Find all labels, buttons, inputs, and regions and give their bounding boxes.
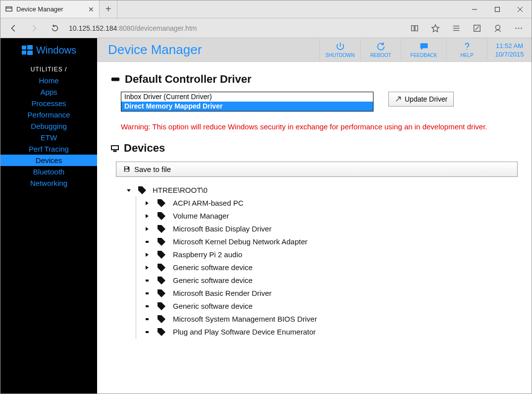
new-tab-button[interactable]: + xyxy=(100,0,117,18)
reading-view-icon[interactable] xyxy=(406,18,424,38)
caret-right-icon[interactable] xyxy=(144,226,150,232)
tree-root-node[interactable]: HTREE\ROOT\0 xyxy=(126,184,518,197)
close-window-button[interactable] xyxy=(509,0,532,18)
svg-marker-31 xyxy=(146,253,149,257)
tree-node[interactable]: Volume Manager xyxy=(144,210,518,223)
tag-icon xyxy=(157,263,166,272)
controller-icon xyxy=(111,75,120,84)
minimize-button[interactable] xyxy=(463,0,486,18)
caret-right-icon[interactable] xyxy=(144,265,150,271)
sidebar-item-processes[interactable]: Processes xyxy=(0,98,97,109)
feedback-label: FEEDBACK xyxy=(411,53,437,58)
url-path: /devicemanager.htm xyxy=(134,24,197,32)
close-tab-icon[interactable]: ✕ xyxy=(88,5,94,13)
clock-time: 11:52 AM xyxy=(496,42,523,50)
sidebar-item-etw[interactable]: ETW xyxy=(0,132,97,143)
device-tree: HTREE\ROOT\0 ACPI ARM-based PCVolume Man… xyxy=(126,184,518,338)
help-button[interactable]: HELP xyxy=(446,38,487,61)
tab-title: Device Manager xyxy=(16,5,84,13)
tree-node[interactable]: Plug and Play Software Device Enumerator xyxy=(144,326,518,338)
caret-down-icon[interactable] xyxy=(126,187,132,193)
feedback-button[interactable]: FEEDBACK xyxy=(401,38,446,61)
leaf-bullet-icon[interactable] xyxy=(144,316,150,322)
tree-node-label: Generic software device xyxy=(173,302,253,310)
svg-rect-19 xyxy=(27,51,33,55)
svg-rect-23 xyxy=(113,151,116,152)
tree-node[interactable]: Microsoft Kernel Debug Network Adapter xyxy=(144,235,518,248)
leaf-bullet-icon[interactable] xyxy=(144,290,150,296)
leaf-bullet-icon[interactable] xyxy=(144,329,150,335)
tree-node[interactable]: Generic software device xyxy=(144,261,518,274)
favorite-icon[interactable] xyxy=(426,18,444,38)
tree-node-label: ACPI ARM-based PC xyxy=(173,199,244,207)
sidebar-item-bluetooth[interactable]: Bluetooth xyxy=(0,166,97,177)
tag-icon xyxy=(157,237,166,246)
webnote-icon[interactable] xyxy=(468,18,486,38)
svg-rect-3 xyxy=(495,7,500,11)
sidebar-item-home[interactable]: Home xyxy=(0,75,97,86)
brand[interactable]: Windows xyxy=(0,38,97,62)
svg-rect-30 xyxy=(146,241,149,243)
tree-node[interactable]: Microsoft Basic Render Driver xyxy=(144,287,518,300)
driver-option[interactable]: Inbox Driver (Current Driver) xyxy=(121,92,373,102)
maximize-button[interactable] xyxy=(486,0,509,18)
tag-icon xyxy=(138,186,147,195)
driver-row: Inbox Driver (Current Driver)Direct Memo… xyxy=(121,92,518,112)
svg-rect-24 xyxy=(125,167,128,169)
tag-icon xyxy=(157,199,166,208)
save-to-file-button[interactable]: Save to file xyxy=(116,162,518,177)
driver-warning: Warning: This option will reduce Windows… xyxy=(121,122,518,131)
svg-marker-26 xyxy=(127,189,131,192)
caret-right-icon[interactable] xyxy=(144,200,150,206)
svg-rect-37 xyxy=(146,331,149,333)
hub-icon[interactable] xyxy=(447,18,465,38)
more-icon[interactable] xyxy=(510,18,528,38)
shutdown-label: SHUTDOWN xyxy=(325,53,355,58)
driver-listbox[interactable]: Inbox Driver (Current Driver)Direct Memo… xyxy=(121,92,373,112)
sidebar-item-performance[interactable]: Performance xyxy=(0,109,97,120)
svg-line-11 xyxy=(475,26,479,30)
sidebar-item-networking[interactable]: Networking xyxy=(0,177,97,189)
leaf-bullet-icon[interactable] xyxy=(144,239,150,245)
tree-node[interactable]: ACPI ARM-based PC xyxy=(144,197,518,210)
tree-node-label: Microsoft Basic Render Driver xyxy=(173,289,271,297)
address-bar[interactable]: 10.125.152.184:8080/devicemanager.htm xyxy=(67,24,403,32)
sidebar-item-perf-tracing[interactable]: Perf Tracing xyxy=(0,143,97,155)
tag-icon xyxy=(157,225,166,233)
tag-icon xyxy=(157,315,166,324)
browser-chrome: Device Manager ✕ + 10.125.152.184:8080/d… xyxy=(0,0,532,38)
sidebar-item-debugging[interactable]: Debugging xyxy=(0,120,97,132)
tree-node[interactable]: Generic software device xyxy=(144,300,518,313)
tree-node[interactable]: Microsoft System Management BIOS Driver xyxy=(144,313,518,326)
tree-node[interactable]: Microsoft Basic Display Driver xyxy=(144,223,518,235)
tab-favicon-icon xyxy=(5,6,12,13)
driver-option[interactable]: Direct Memory Mapped Driver xyxy=(121,102,373,111)
leaf-bullet-icon[interactable] xyxy=(144,278,150,283)
shutdown-button[interactable]: SHUTDOWN xyxy=(319,38,360,61)
svg-marker-6 xyxy=(432,24,439,31)
sidebar-item-apps[interactable]: Apps xyxy=(0,86,97,98)
app-container: Windows UTILITIES / HomeAppsProcessesPer… xyxy=(0,38,532,394)
help-label: HELP xyxy=(460,53,473,58)
leaf-bullet-icon[interactable] xyxy=(144,303,150,309)
back-button[interactable] xyxy=(4,18,22,38)
top-bar: Device Manager SHUTDOWN REBOOT FEEDBACK … xyxy=(97,38,532,62)
svg-rect-18 xyxy=(22,51,26,55)
share-icon[interactable] xyxy=(489,18,507,38)
update-driver-button[interactable]: Update Driver xyxy=(388,92,454,107)
tree-node-label: Volume Manager xyxy=(173,212,229,220)
svg-point-15 xyxy=(521,27,522,28)
refresh-button[interactable] xyxy=(46,18,64,38)
sidebar-item-devices[interactable]: Devices xyxy=(0,155,97,166)
tree-node[interactable]: Raspberry Pi 2 audio xyxy=(144,248,518,261)
svg-marker-29 xyxy=(146,227,149,231)
reboot-button[interactable]: REBOOT xyxy=(360,38,401,61)
url-port: :8080 xyxy=(117,24,134,32)
caret-right-icon[interactable] xyxy=(144,252,150,258)
tree-node[interactable]: Generic software device xyxy=(144,274,518,287)
help-icon xyxy=(462,42,472,52)
browser-tab[interactable]: Device Manager ✕ xyxy=(0,0,100,18)
forward-button[interactable] xyxy=(25,18,43,38)
caret-right-icon[interactable] xyxy=(144,213,150,219)
svg-rect-21 xyxy=(111,77,119,81)
